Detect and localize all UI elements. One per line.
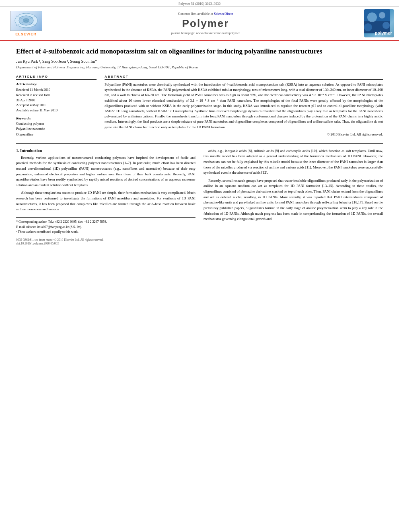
keyword-2: Polyaniline nanotube xyxy=(16,126,97,132)
body-col-right: acids, e.g., inorganic acids [8], sulfon… xyxy=(204,148,383,246)
polymer-logo-box: polymer xyxy=(364,9,394,37)
elsevier-logo-area: ELSEVIER xyxy=(0,7,52,40)
body-section: 1. Introduction Recently, various applic… xyxy=(16,148,383,246)
history-label: Article history: xyxy=(16,82,97,86)
polymer-logo-text: polymer xyxy=(375,31,392,35)
bottom-line1: 0032-3861/$ – see front matter © 2010 El… xyxy=(16,238,195,242)
section-divider xyxy=(16,143,383,144)
citation-text: Polymer 51 (2010) 3023–3030 xyxy=(179,2,221,6)
svg-point-9 xyxy=(364,23,372,31)
journal-title-area: Contents lists available at ScienceDirec… xyxy=(52,7,359,40)
author-names: Jun Kyu Park ¹, Sang Soo Jeon ¹, Seung S… xyxy=(16,59,97,64)
citation-bar: Polymer 51 (2010) 3023–3030 xyxy=(0,0,399,7)
svg-point-10 xyxy=(383,22,390,29)
copyright: © 2010 Elsevier Ltd. All rights reserved… xyxy=(105,132,383,136)
journal-header: ELSEVIER Contents lists available at Sci… xyxy=(0,7,399,41)
keyword-1: Conducting polymer xyxy=(16,121,97,127)
sciencedirect-link[interactable]: ScienceDirect xyxy=(214,12,233,16)
abstract-header: ABSTRACT xyxy=(105,75,383,80)
elsevier-text: ELSEVIER xyxy=(15,32,37,36)
bottom-line2: doi:10.1016/j.polymer.2010.05.003 xyxy=(16,242,195,245)
col2-para2: Recently, several research groups have p… xyxy=(204,178,383,222)
revised-date: 30 April 2010 xyxy=(16,98,97,103)
article-info-header: ARTICLE INFO xyxy=(16,75,97,80)
intro-para2: Although these templateless routes to pr… xyxy=(16,190,195,212)
section1-title: 1. Introduction xyxy=(16,148,195,153)
main-content: Effect of 4-sulfobenzoic acid monopotass… xyxy=(0,41,399,252)
sciencedirect-prefix: Contents lists available at xyxy=(178,12,213,16)
footnote-corresponding: * Corresponding author. Tel.: +82 2 2220… xyxy=(16,220,195,225)
svg-point-2 xyxy=(23,18,29,23)
article-info-column: ARTICLE INFO Article history: Received 1… xyxy=(16,75,97,138)
body-col-right-text: acids, e.g., inorganic acids [8], sulfon… xyxy=(204,148,383,222)
footnote-equal: ¹ These authors contributed equally to t… xyxy=(16,230,195,235)
bottom-bar: 0032-3861/$ – see front matter © 2010 El… xyxy=(16,238,195,245)
authors: Jun Kyu Park ¹, Sang Soo Jeon ¹, Seung S… xyxy=(16,59,383,64)
keywords-section: Keywords: Conducting polymer Polyaniline… xyxy=(16,116,97,138)
keyword-3: Oligoaniline xyxy=(16,132,97,138)
abstract-column: ABSTRACT Polyaniline (PANI) nanotubes we… xyxy=(105,75,383,138)
footnote-area: * Corresponding author. Tel.: +82 2 2220… xyxy=(16,217,195,235)
accepted-date: Accepted 4 May 2010 xyxy=(16,103,97,108)
received-date: Received 11 March 2010 xyxy=(16,87,97,92)
intro-para1: Recently, various applications of nanost… xyxy=(16,155,195,188)
svg-point-8 xyxy=(379,12,385,18)
affiliation: Department of Fiber and Polymer Engineer… xyxy=(16,65,383,69)
keywords-label: Keywords: xyxy=(16,116,97,120)
footnote-email: E-mail address: imss007@hanyang.ac.kr (S… xyxy=(16,225,195,230)
elsevier-logo-image xyxy=(10,11,42,31)
abstract-text: Polyaniline (PANI) nanotubes were chemic… xyxy=(105,82,383,130)
received-revised-label: Received in revised form xyxy=(16,92,97,98)
journal-homepage: journal homepage: www.elsevier.com/locat… xyxy=(171,31,240,35)
body-col-left: 1. Introduction Recently, various applic… xyxy=(16,148,195,246)
article-info-abstract-section: ARTICLE INFO Article history: Received 1… xyxy=(16,75,383,138)
footnote-email-text: E-mail address: imss007@hanyang.ac.kr (S… xyxy=(16,225,82,229)
col2-para1: acids, e.g., inorganic acids [8], sulfon… xyxy=(204,148,383,176)
body-col-left-text: Recently, various applications of nanost… xyxy=(16,155,195,212)
journal-title: Polymer xyxy=(182,17,229,30)
polymer-logo-area: polymer xyxy=(359,7,399,40)
sciencedirect-line: Contents lists available at ScienceDirec… xyxy=(178,12,233,16)
available-date: Available online 11 May 2010 xyxy=(16,108,97,113)
article-title: Effect of 4-sulfobenzoic acid monopotass… xyxy=(16,47,383,56)
svg-point-7 xyxy=(367,12,377,22)
elsevier-logo: ELSEVIER xyxy=(10,11,42,36)
